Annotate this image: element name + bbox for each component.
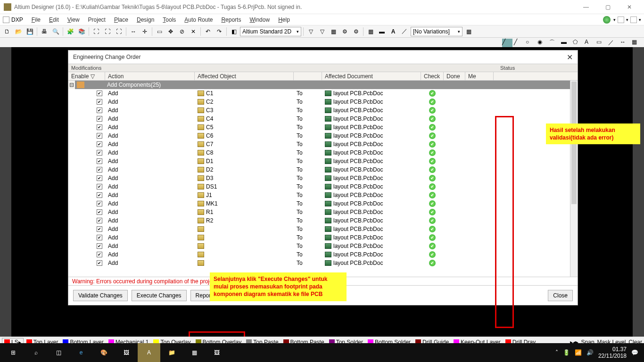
col-message[interactable]: Me [465, 72, 494, 80]
eco-row[interactable]: AddD3Tolayout PCB.PcbDoc [68, 174, 578, 182]
menu-design[interactable]: Design [133, 15, 158, 25]
eco-row[interactable]: AddD1Tolayout PCB.PcbDoc [68, 157, 578, 165]
vertical-scrollbar[interactable] [570, 81, 578, 277]
projects-icon[interactable]: 📚 [76, 26, 87, 37]
calc-icon[interactable]: ▦ [183, 343, 206, 362]
eco-row[interactable]: AddC3Tolayout PCB.PcbDoc [68, 106, 578, 115]
eco-row[interactable]: AddC6Tolayout PCB.PcbDoc [68, 132, 578, 140]
menu-edit[interactable]: Edit [45, 15, 63, 25]
menu-project[interactable]: Project [84, 15, 109, 25]
enable-checkbox[interactable] [97, 235, 102, 240]
close-button[interactable]: ✕ [619, 0, 640, 14]
move-icon[interactable]: ✥ [165, 26, 176, 37]
enable-checkbox[interactable] [97, 201, 102, 206]
enable-checkbox[interactable] [97, 167, 102, 173]
eco-row[interactable]: AddDS1Tolayout PCB.PcbDoc [68, 182, 578, 191]
eco-row[interactable]: AddC5Tolayout PCB.PcbDoc [68, 123, 578, 132]
system-tray[interactable]: ˄ 🔋 📶 🔊 01.3722/11/2018 💬 [555, 346, 642, 360]
eco-row[interactable]: AddC8Tolayout PCB.PcbDoc [68, 148, 578, 157]
eco-row[interactable]: AddD2Tolayout PCB.PcbDoc [68, 165, 578, 174]
eco-row[interactable]: AddC1Tolayout PCB.PcbDoc [68, 89, 578, 98]
enable-checkbox[interactable] [97, 158, 102, 164]
eco-row[interactable]: AddTolayout PCB.PcbDoc [68, 250, 578, 259]
battery-icon[interactable]: 🔋 [563, 349, 570, 356]
validate-changes-button[interactable]: Validate Changes [73, 290, 128, 301]
col-done[interactable]: Done [444, 72, 465, 80]
enable-checkbox[interactable] [97, 218, 102, 223]
collapse-icon[interactable]: ⊟ [68, 81, 75, 89]
menu-window[interactable]: Window [246, 15, 273, 25]
close-button[interactable]: Close [548, 290, 573, 301]
tray-up-icon[interactable]: ˄ [555, 349, 558, 356]
start-button[interactable]: ⊞ [2, 343, 25, 362]
view-config-combo[interactable]: Altium Standard 2D▾ [240, 27, 301, 36]
enable-checkbox[interactable] [97, 116, 102, 122]
enable-checkbox[interactable] [97, 260, 102, 266]
select-filter-icon[interactable]: ▽ [317, 26, 327, 37]
zoom-fit-icon[interactable]: ⛶ [102, 26, 113, 37]
eco-row[interactable]: AddR1Tolayout PCB.PcbDoc [68, 208, 578, 216]
enable-checkbox[interactable] [97, 90, 102, 96]
print-icon[interactable]: 🖶 [39, 26, 50, 37]
maximize-button[interactable]: ▢ [597, 0, 619, 14]
eco-row[interactable]: AddTolayout PCB.PcbDoc [68, 233, 578, 242]
eco-row[interactable]: AddR2Tolayout PCB.PcbDoc [68, 216, 578, 225]
execute-changes-button[interactable]: Execute Changes [132, 290, 187, 301]
redo-icon[interactable]: ↷ [214, 26, 224, 37]
dialog-close-icon[interactable]: ✕ [567, 53, 573, 62]
deselect-icon[interactable]: ⊘ [177, 26, 187, 37]
eco-row[interactable]: AddC2Tolayout PCB.PcbDoc [68, 98, 578, 106]
paint-icon[interactable]: 🎨 [92, 343, 115, 362]
menu-autoroute[interactable]: Auto Route [181, 15, 216, 25]
col-check[interactable]: Check [421, 72, 444, 80]
wifi-icon[interactable]: 📶 [575, 349, 582, 356]
line-icon[interactable]: ／ [399, 26, 410, 37]
align-icon[interactable]: ▦ [328, 26, 339, 37]
gallery-icon[interactable]: 🖼 [206, 343, 228, 362]
col-action[interactable]: Action [105, 72, 195, 80]
col-object[interactable]: Affected Object [195, 72, 294, 80]
text-icon[interactable]: A [388, 26, 398, 37]
photos-icon[interactable]: 🖼 [115, 343, 138, 362]
enable-checkbox[interactable] [97, 124, 102, 130]
eco-row[interactable]: AddC7Tolayout PCB.PcbDoc [68, 140, 578, 148]
taskview-icon[interactable]: ◫ [47, 343, 70, 362]
eco-row[interactable]: AddTolayout PCB.PcbDoc [68, 259, 578, 267]
view3d-icon[interactable]: ◧ [229, 26, 239, 37]
gear2-icon[interactable]: ⚙ [351, 26, 361, 37]
volume-icon[interactable]: 🔊 [586, 349, 594, 356]
workspace-icon[interactable]: 🧩 [65, 26, 75, 37]
group-row[interactable]: ⊟ Add Components(25) [68, 81, 578, 89]
dxp-menu[interactable]: DXP [3, 16, 23, 23]
gear-icon[interactable]: ⚙ [339, 26, 350, 37]
layout-dropdown-1[interactable] [618, 16, 624, 23]
menu-help[interactable]: Help [274, 15, 294, 25]
col-document[interactable]: Affected Document [322, 72, 421, 80]
enable-checkbox[interactable] [97, 192, 102, 198]
cross-probe-icon[interactable]: ✛ [140, 26, 150, 37]
enable-checkbox[interactable] [97, 252, 102, 257]
preview-icon[interactable]: 🔍 [50, 26, 61, 37]
clock[interactable]: 01.3722/11/2018 [598, 346, 627, 360]
rect-fill-icon[interactable]: ▬ [377, 26, 387, 37]
undo-icon[interactable]: ↶ [203, 26, 213, 37]
menu-place[interactable]: Place [110, 15, 132, 25]
edge-icon[interactable]: e [70, 343, 92, 362]
explorer-icon[interactable]: 📁 [160, 343, 183, 362]
eco-row[interactable]: AddTolayout PCB.PcbDoc [68, 242, 578, 250]
menu-reports[interactable]: Reports [217, 15, 245, 25]
open-icon[interactable]: 📂 [13, 26, 24, 37]
enable-checkbox[interactable] [97, 141, 102, 147]
enable-checkbox[interactable] [97, 150, 102, 156]
clear-icon[interactable]: ✕ [188, 26, 198, 37]
enable-checkbox[interactable] [97, 226, 102, 232]
layout-dropdown-2[interactable] [630, 16, 637, 23]
enable-checkbox[interactable] [97, 175, 102, 181]
filter-icon[interactable]: ▽ [305, 26, 316, 37]
eco-row[interactable]: AddJ1Tolayout PCB.PcbDoc [68, 191, 578, 199]
save-icon[interactable]: 💾 [25, 26, 35, 37]
variations-combo[interactable]: [No Variations]▾ [411, 27, 462, 36]
grid-icon[interactable]: ▦ [365, 26, 376, 37]
menu-tools[interactable]: Tools [159, 15, 180, 25]
enable-checkbox[interactable] [97, 243, 102, 249]
